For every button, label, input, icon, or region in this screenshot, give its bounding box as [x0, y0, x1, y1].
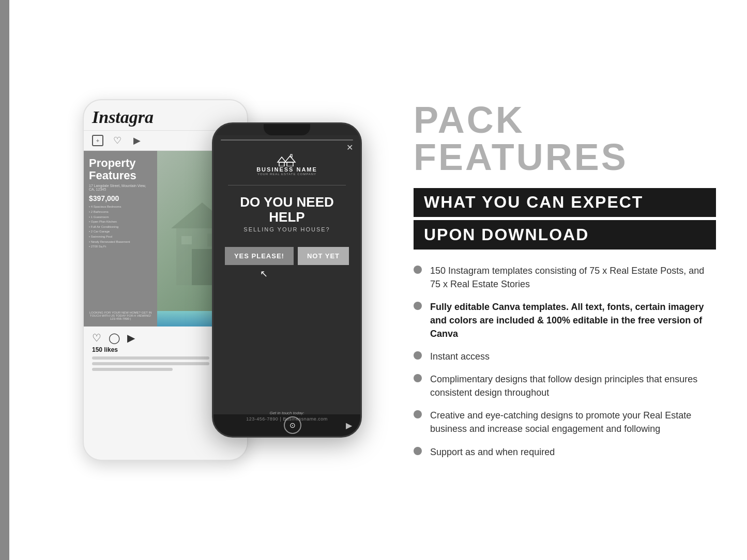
features-list: 150 Instagram templates consisting of 75… [414, 264, 716, 459]
story-headline: DO YOU NEED HELP [224, 195, 350, 224]
heart-icon: ♡ [112, 135, 123, 146]
story-logo-area: BUSINESS NAME YOUR REAL ESTATE COMPANY [256, 152, 317, 176]
property-phone: 123-456-7890 | [89, 317, 152, 320]
pack-features-title: PACK FEATURES [414, 101, 716, 176]
caption-line-3 [92, 368, 173, 371]
nav-icon: ▶ [131, 135, 143, 146]
business-name: BUSINESS NAME [256, 166, 317, 173]
feature-text-5: Creative and eye-catching designs to pro… [430, 409, 716, 435]
instagram-story-phone: ✕ [212, 122, 362, 438]
feature-text-6: Support as and when required [430, 445, 716, 459]
feature-text-2: Fully editable Canva templates. All text… [430, 300, 716, 340]
plus-icon: + [92, 135, 103, 146]
property-cta: LOOKING FOR YOUR NEW HOME? GET IN TOUCH … [89, 311, 152, 317]
property-features-list: • 4 Spacious Bedrooms • 2 Bathrooms • 1 … [89, 205, 152, 249]
business-logo-icon [276, 152, 298, 166]
comment-icon: ◯ [109, 332, 120, 344]
expect-block-line1: WHAT YOU CAN EXPECT [414, 188, 716, 216]
caption-line-1 [92, 356, 209, 360]
left-accent-bar [0, 0, 9, 560]
story-content: ✕ [214, 135, 360, 436]
close-icon: ✕ [346, 143, 353, 152]
bullet-6 [414, 447, 422, 455]
phone-mockups-section: Instagra + ♡ ▶ PropertyFeatures 17 Langd… [31, 42, 383, 518]
property-title: PropertyFeatures [89, 157, 152, 182]
story-subline: SELLING YOUR HOUSE? [224, 226, 350, 232]
story-main-text: DO YOU NEED HELP SELLING YOUR HOUSE? [214, 190, 360, 238]
not-yet-button[interactable]: NOT YET [298, 247, 349, 265]
feature-item-4: Complimentary designs that follow design… [414, 372, 716, 399]
bullet-5 [414, 410, 422, 418]
property-info-left: PropertyFeatures 17 Langdale Street, Mou… [84, 151, 157, 326]
expect-block-line2: UPON DOWNLOAD [414, 220, 716, 250]
feature-text-1: 150 Instagram templates consisting of 75… [430, 264, 716, 291]
business-tagline: YOUR REAL ESTATE COMPANY [257, 173, 316, 176]
pack-features-section: PACK FEATURES WHAT YOU CAN EXPECT UPON D… [383, 21, 716, 539]
camera-button[interactable]: ⊙ [284, 416, 301, 434]
property-price: $397,000 [89, 194, 152, 203]
svg-rect-6 [279, 162, 284, 166]
bullet-2 [414, 302, 422, 310]
share-icon: ▶ [127, 332, 135, 344]
svg-marker-7 [285, 156, 295, 162]
svg-rect-2 [192, 249, 212, 285]
feature-item-5: Creative and eye-catching designs to pro… [414, 409, 716, 435]
story-progress-bar [221, 139, 353, 141]
feature-item-3: Instant access [414, 350, 716, 363]
expect-line-2-text: UPON DOWNLOAD [424, 225, 706, 244]
story-bottom-bar: ⊙ ▶ [214, 414, 360, 436]
svg-rect-8 [287, 162, 293, 166]
feature-text-4: Complimentary designs that follow design… [430, 372, 716, 399]
send-icon: ▶ [346, 421, 352, 430]
bullet-4 [414, 374, 422, 382]
bullet-1 [414, 266, 422, 274]
story-cta-buttons: YES PLEASE! NOT YET [225, 247, 349, 265]
feature-text-3: Instant access [430, 350, 716, 363]
svg-marker-5 [278, 157, 286, 162]
story-divider [228, 185, 345, 185]
svg-rect-9 [291, 154, 292, 157]
like-icon: ♡ [92, 332, 101, 344]
feature-item-2: Fully editable Canva templates. All text… [414, 300, 716, 340]
property-address: 17 Langdale Street, Mountain View, CA, 1… [89, 184, 152, 191]
cursor-icon: ↖ [260, 268, 268, 279]
bullet-3 [414, 351, 422, 360]
phone-notch [264, 124, 310, 135]
caption-line-2 [92, 362, 209, 365]
expect-line-1-text: WHAT YOU CAN EXPECT [424, 193, 706, 211]
feature-item-6: Support as and when required [414, 445, 716, 459]
svg-rect-4 [181, 236, 192, 244]
feature-item-1: 150 Instagram templates consisting of 75… [414, 264, 716, 291]
yes-please-button[interactable]: YES PLEASE! [225, 247, 294, 265]
